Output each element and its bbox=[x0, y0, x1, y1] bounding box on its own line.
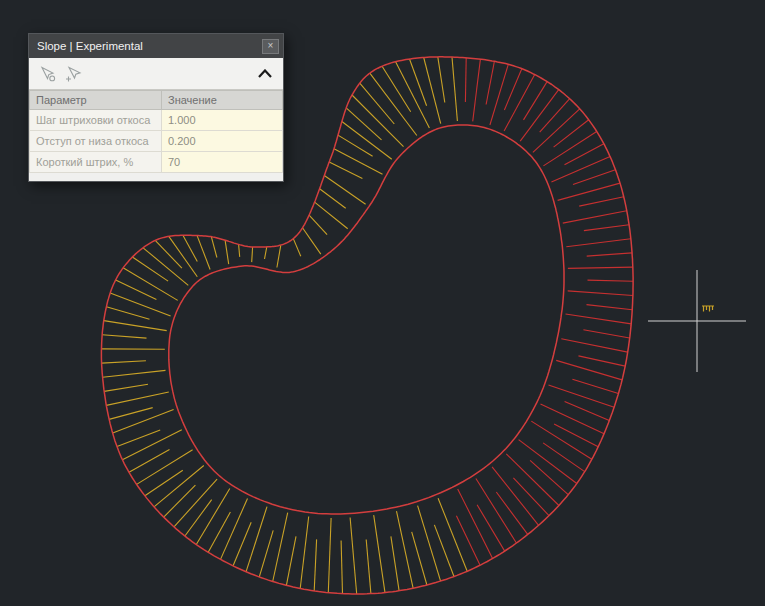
table-header-row: Параметр Значение bbox=[30, 91, 283, 110]
close-icon[interactable]: × bbox=[262, 39, 279, 54]
column-header-value: Значение bbox=[162, 91, 283, 110]
table-row: Короткий штрих, % 70 bbox=[30, 152, 283, 173]
param-name: Отступ от низа откоса bbox=[30, 131, 162, 152]
table-row: Шаг штриховки откоса 1.000 bbox=[30, 110, 283, 131]
param-value-input[interactable]: 1.000 bbox=[162, 110, 283, 131]
pick-object-button[interactable] bbox=[36, 63, 58, 85]
table-row: Отступ от низа откоса 0.200 bbox=[30, 131, 283, 152]
panel-body-padding bbox=[29, 173, 283, 181]
panel-titlebar[interactable]: Slope | Experimental × bbox=[29, 34, 283, 58]
collapse-button[interactable] bbox=[254, 63, 276, 85]
param-value-input[interactable]: 70 bbox=[162, 152, 283, 173]
select-cursor-icon bbox=[65, 66, 82, 82]
parameters-table: Параметр Значение Шаг штриховки откоса 1… bbox=[29, 90, 283, 173]
chevron-up-icon bbox=[257, 69, 273, 78]
pick-object-icon bbox=[39, 66, 56, 82]
slope-panel: Slope | Experimental × bbox=[28, 33, 284, 182]
application-window: Slope | Experimental × bbox=[0, 0, 765, 606]
panel-toolbar bbox=[29, 58, 283, 90]
select-similar-button[interactable] bbox=[62, 63, 84, 85]
column-header-param: Параметр bbox=[30, 91, 162, 110]
param-value-input[interactable]: 0.200 bbox=[162, 131, 283, 152]
param-name: Короткий штрих, % bbox=[30, 152, 162, 173]
param-name: Шаг штриховки откоса bbox=[30, 110, 162, 131]
panel-title: Slope | Experimental bbox=[37, 40, 262, 52]
